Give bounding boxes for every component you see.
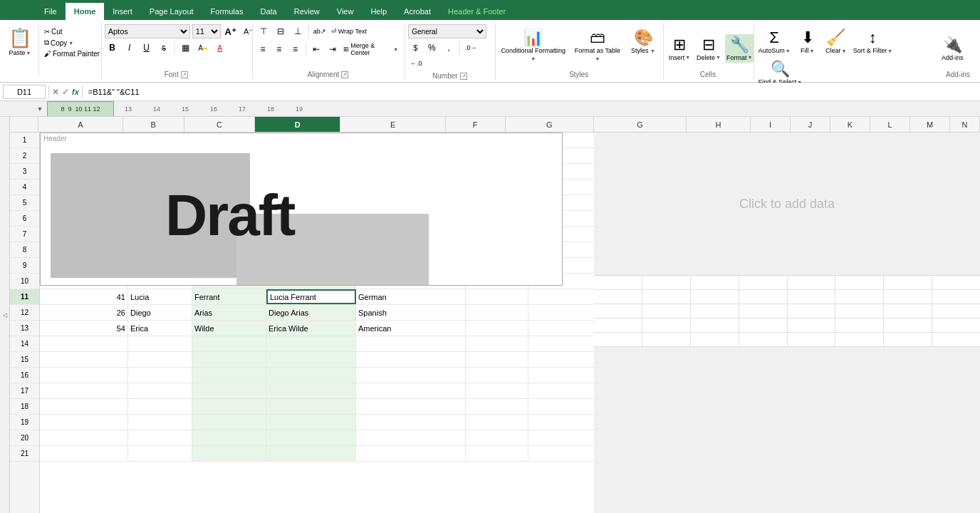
row-num-3[interactable]: 3 xyxy=(10,164,39,180)
increase-font-size-button[interactable]: A⁺ xyxy=(223,24,239,38)
decrease-decimal-button[interactable]: ←.0 xyxy=(408,56,424,71)
tab-help[interactable]: Help xyxy=(362,3,395,20)
font-family-select[interactable]: Aptos xyxy=(105,24,190,38)
middle-align-button[interactable]: ⊟ xyxy=(273,24,288,38)
cut-button[interactable]: ✂ Cut xyxy=(42,27,102,36)
tab-view[interactable]: View xyxy=(328,3,363,20)
row-num-21[interactable]: 21 xyxy=(10,446,39,462)
col-header-E[interactable]: E xyxy=(340,117,445,132)
row-num-12[interactable]: 12 xyxy=(10,305,39,321)
addins-button[interactable]: 🔌 Add-ins xyxy=(940,34,965,63)
col-header-H-right[interactable]: H xyxy=(687,117,751,132)
row-num-2[interactable]: 2 xyxy=(10,148,39,164)
tab-review[interactable]: Review xyxy=(286,3,328,20)
col-header-A[interactable]: A xyxy=(38,117,123,132)
bottom-align-button[interactable]: ⊥ xyxy=(290,24,306,38)
copy-button[interactable]: ⧉ Copy ▼ xyxy=(42,38,102,48)
comma-button[interactable]: , xyxy=(441,41,457,55)
col-header-G-right[interactable]: G xyxy=(594,117,687,132)
col-header-F[interactable]: F xyxy=(446,117,506,132)
right-align-button[interactable]: ≡ xyxy=(288,42,303,56)
font-color-button[interactable]: A xyxy=(212,41,228,55)
font-group-expander[interactable]: ↗ xyxy=(181,71,188,78)
format-cells-button[interactable]: 🔧 Format ▼ xyxy=(725,34,754,63)
table-row[interactable]: 26 Diego Arias Diego Arias Spanish xyxy=(40,305,594,321)
paste-button[interactable]: 📋 Paste ▼ xyxy=(6,26,34,58)
row-num-5[interactable]: 5 xyxy=(10,195,39,211)
increase-indent-button[interactable]: ⇥ xyxy=(325,42,340,56)
center-align-button[interactable]: ≡ xyxy=(271,42,286,56)
orientation-button[interactable]: ab↗ xyxy=(312,24,328,38)
row-num-9[interactable]: 9 xyxy=(10,258,39,274)
increase-decimal-button[interactable]: .0→ xyxy=(463,41,479,55)
wrap-text-button[interactable]: ⏎ Wrap Text xyxy=(329,26,369,36)
sort-filter-button[interactable]: ↕ Sort & Filter ▼ xyxy=(852,27,894,56)
bold-button[interactable]: B xyxy=(105,41,120,55)
tab-insert[interactable]: Insert xyxy=(104,3,141,20)
left-align-button[interactable]: ≡ xyxy=(256,42,271,56)
table-row[interactable] xyxy=(40,352,594,368)
format-painter-button[interactable]: 🖌 Format Painter xyxy=(42,49,102,58)
strikethrough-button[interactable]: S̶ xyxy=(156,41,172,55)
col-header-D[interactable]: D xyxy=(255,117,340,132)
top-align-button[interactable]: ⊤ xyxy=(256,24,271,38)
number-group-expander[interactable]: ↗ xyxy=(460,73,467,80)
alignment-group-expander[interactable]: ↗ xyxy=(341,71,348,78)
table-row[interactable] xyxy=(40,368,594,383)
format-as-table-button[interactable]: 🗃 Format as Table ▼ xyxy=(572,27,623,64)
col-header-N-right[interactable]: N xyxy=(950,117,980,132)
accounting-format-button[interactable]: $ xyxy=(408,41,422,55)
fill-color-button[interactable]: A▬ xyxy=(195,41,211,55)
tab-data[interactable]: Data xyxy=(251,3,285,20)
table-row[interactable] xyxy=(40,336,594,352)
row-num-20[interactable]: 20 xyxy=(10,430,39,446)
col-header-L-right[interactable]: L xyxy=(870,117,910,132)
formula-input[interactable] xyxy=(85,85,977,99)
row-num-15[interactable]: 15 xyxy=(10,352,39,368)
autosum-button[interactable]: Σ AutoSum ▼ xyxy=(757,27,792,56)
cell-styles-button[interactable]: 🎨 Styles ▼ xyxy=(627,27,659,56)
col-header-M-right[interactable]: M xyxy=(910,117,950,132)
row-num-18[interactable]: 18 xyxy=(10,399,39,415)
row-num-11[interactable]: 11 xyxy=(10,289,39,305)
italic-button[interactable]: I xyxy=(122,41,137,55)
row-num-1[interactable]: 1 xyxy=(10,133,39,148)
percent-button[interactable]: % xyxy=(424,41,439,55)
table-row[interactable] xyxy=(40,430,594,446)
decrease-indent-button[interactable]: ⇤ xyxy=(309,42,324,56)
fx-icon[interactable]: fx xyxy=(72,88,79,96)
table-row[interactable] xyxy=(40,446,594,462)
row-num-6[interactable]: 6 xyxy=(10,211,39,227)
active-cell[interactable]: Lucia Ferrant xyxy=(266,289,356,304)
row-num-10[interactable]: 10 xyxy=(10,274,39,289)
col-header-G[interactable]: G xyxy=(506,117,594,132)
tab-home[interactable]: Home xyxy=(66,3,105,20)
row-num-14[interactable]: 14 xyxy=(10,336,39,352)
clear-button[interactable]: 🧹 Clear ▼ xyxy=(823,27,849,56)
table-row[interactable] xyxy=(40,415,594,430)
table-row[interactable]: 41 Lucia Ferrant Lucia Ferrant German xyxy=(40,289,594,305)
row-num-17[interactable]: 17 xyxy=(10,383,39,399)
tab-page-layout[interactable]: Page Layout xyxy=(141,3,202,20)
row-num-8[interactable]: 8 xyxy=(10,242,39,258)
confirm-formula-icon[interactable]: ✓ xyxy=(62,87,69,97)
font-size-select[interactable]: 11 xyxy=(192,24,221,38)
delete-cells-button[interactable]: ⊟ Delete ▼ xyxy=(695,34,722,63)
paste-dropdown[interactable]: ▼ xyxy=(26,51,31,56)
cancel-formula-icon[interactable]: ✕ xyxy=(52,87,59,97)
copy-dropdown[interactable]: ▼ xyxy=(68,41,73,46)
table-row[interactable]: 54 Erica Wilde Erica Wilde American xyxy=(40,321,594,336)
row-num-19[interactable]: 19 xyxy=(10,415,39,430)
col-header-J-right[interactable]: J xyxy=(791,117,830,132)
table-row[interactable] xyxy=(40,383,594,399)
tab-header-footer[interactable]: Header & Footer xyxy=(439,3,514,20)
fill-button[interactable]: ⬇ Fill ▼ xyxy=(795,27,820,56)
col-header-C[interactable]: C xyxy=(184,117,255,132)
row-num-16[interactable]: 16 xyxy=(10,368,39,383)
tab-file[interactable]: File xyxy=(36,3,66,20)
insert-cells-button[interactable]: ⊞ Insert ▼ xyxy=(667,34,692,63)
cell-reference-box[interactable] xyxy=(3,85,46,99)
row-num-13[interactable]: 13 xyxy=(10,321,39,336)
number-format-select[interactable]: General xyxy=(408,24,486,38)
conditional-formatting-button[interactable]: 📊 Conditional Formatting ▼ xyxy=(499,27,567,64)
